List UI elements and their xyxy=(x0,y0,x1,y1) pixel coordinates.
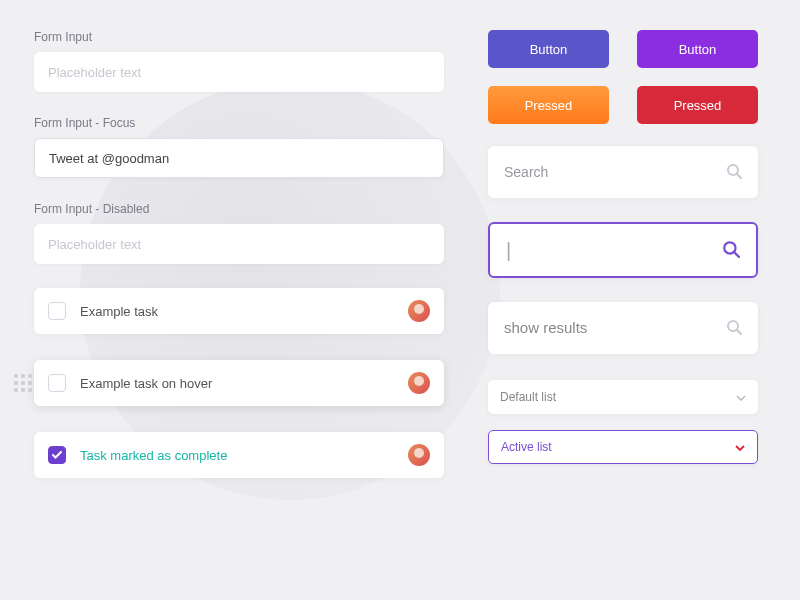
avatar xyxy=(408,444,430,466)
input-label-disabled: Form Input - Disabled xyxy=(34,202,444,216)
search-box-focus[interactable]: | xyxy=(488,222,758,278)
checkbox-icon[interactable] xyxy=(48,374,66,392)
task-row-hover[interactable]: Example task on hover xyxy=(34,360,444,406)
svg-line-3 xyxy=(734,252,739,257)
input-label-focus: Form Input - Focus xyxy=(34,116,444,130)
drag-handle-icon[interactable] xyxy=(14,374,32,392)
button-purple[interactable]: Button xyxy=(637,30,758,68)
search-input[interactable] xyxy=(504,164,726,180)
task-label: Example task xyxy=(80,304,158,319)
checkbox-icon[interactable] xyxy=(48,302,66,320)
checkbox-checked-icon[interactable] xyxy=(48,446,66,464)
form-input-default[interactable] xyxy=(34,52,444,92)
select-label: Active list xyxy=(501,440,552,454)
button-red-pressed[interactable]: Pressed xyxy=(637,86,758,124)
form-input-disabled xyxy=(34,224,444,264)
select-label: Default list xyxy=(500,390,556,404)
search-icon xyxy=(726,163,742,182)
task-row-complete[interactable]: Task marked as complete xyxy=(34,432,444,478)
task-label: Example task on hover xyxy=(80,376,212,391)
text-cursor: | xyxy=(506,240,511,260)
button-indigo[interactable]: Button xyxy=(488,30,609,68)
chevron-down-icon xyxy=(735,440,745,454)
input-label-default: Form Input xyxy=(34,30,444,44)
search-input-results[interactable] xyxy=(504,320,726,336)
select-active[interactable]: Active list xyxy=(488,430,758,464)
svg-line-5 xyxy=(737,330,741,334)
search-icon xyxy=(726,319,742,338)
button-orange-pressed[interactable]: Pressed xyxy=(488,86,609,124)
form-input-focus[interactable] xyxy=(34,138,444,178)
svg-line-1 xyxy=(737,174,741,178)
avatar xyxy=(408,372,430,394)
search-box[interactable] xyxy=(488,146,758,198)
select-default[interactable]: Default list xyxy=(488,380,758,414)
search-box-results[interactable] xyxy=(488,302,758,354)
chevron-down-icon xyxy=(736,390,746,404)
task-label: Task marked as complete xyxy=(80,448,227,463)
search-icon xyxy=(722,240,740,261)
avatar xyxy=(408,300,430,322)
task-row[interactable]: Example task xyxy=(34,288,444,334)
